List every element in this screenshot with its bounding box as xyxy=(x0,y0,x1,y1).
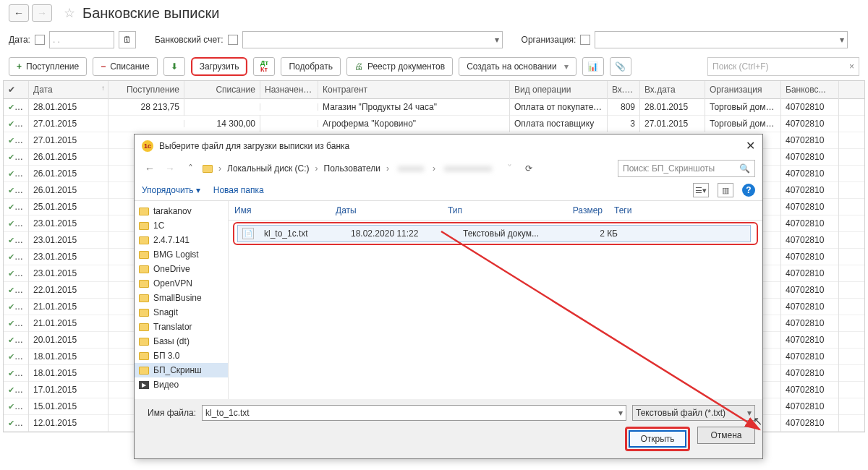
tree-item[interactable]: БП 3.0 xyxy=(135,349,228,363)
col-out[interactable]: Списание xyxy=(184,81,260,98)
col-check[interactable]: ✔ xyxy=(4,81,29,98)
forward-button[interactable]: → xyxy=(32,4,52,22)
dialog-nav: ← → ˄ › Локальный диск (C:) › Пользовате… xyxy=(135,157,762,180)
tree-item[interactable]: ▶Видео xyxy=(135,377,228,392)
tree-item[interactable]: Базы (dt) xyxy=(135,334,228,349)
col-in[interactable]: Поступление xyxy=(109,81,184,98)
tree-item[interactable]: BMG Logist xyxy=(135,247,228,262)
filename-input[interactable]: kl_to_1c.txt▾ xyxy=(202,405,626,421)
calendar-icon[interactable]: 🗓 xyxy=(119,31,136,48)
col-date[interactable]: Дата↑ xyxy=(29,81,109,98)
col-filesize[interactable]: Размер xyxy=(554,204,608,217)
file-date: 18.02.2020 11:22 xyxy=(345,227,457,240)
col-purpose[interactable]: Назначени... xyxy=(260,81,318,98)
col-num[interactable]: Вх.н... xyxy=(608,81,640,98)
income-label: Поступление xyxy=(26,61,79,72)
dialog-tools: Упорядочить ▾ Новая папка ☰▾ ▥ ? xyxy=(135,180,762,201)
path-blurred-2: xxxxxxxxxxx xyxy=(441,163,495,174)
col-org[interactable]: Организация xyxy=(705,81,781,98)
file-row-highlight: 📄 kl_to_1c.txt 18.02.2020 11:22 Текстовы… xyxy=(233,222,758,245)
pick-label: Подобрать xyxy=(289,61,332,72)
org-select[interactable]: ▾ xyxy=(595,31,848,48)
date-label: Дата: xyxy=(9,35,30,45)
cancel-button[interactable]: Отмена xyxy=(697,427,755,444)
col-filename[interactable]: Имя xyxy=(229,204,330,217)
view-preview-icon[interactable]: ▥ xyxy=(718,183,733,197)
col-contr[interactable]: Контрагент xyxy=(318,81,510,98)
file-size: 2 КБ xyxy=(569,227,624,240)
nav-forward-icon[interactable]: → xyxy=(162,161,178,176)
new-folder-button[interactable]: Новая папка xyxy=(213,185,264,195)
folder-tree[interactable]: tarakanov1C2.4.7.141BMG LogistOneDriveOp… xyxy=(135,201,229,399)
download-icon-button[interactable]: ⬇ xyxy=(163,57,185,76)
path-users[interactable]: Пользователи xyxy=(324,163,380,174)
tree-item[interactable]: Translator xyxy=(135,320,228,334)
chart-icon-button[interactable]: 📊 xyxy=(582,57,604,76)
col-filetype[interactable]: Тип xyxy=(442,204,554,217)
tree-item[interactable]: tarakanov xyxy=(135,204,228,218)
tree-item[interactable]: БП_Скринш xyxy=(135,363,228,377)
nav-back-icon[interactable]: ← xyxy=(142,161,158,176)
star-icon[interactable]: ☆ xyxy=(61,4,78,22)
tree-item[interactable]: OneDrive xyxy=(135,262,228,276)
date-input[interactable]: . . xyxy=(49,31,114,48)
col-oper[interactable]: Вид операции xyxy=(510,81,608,98)
open-button[interactable]: Открыть xyxy=(629,430,686,448)
grid-header: ✔ Дата↑ Поступление Списание Назначени..… xyxy=(4,81,864,99)
income-button[interactable]: +Поступление xyxy=(9,57,87,76)
file-row[interactable]: 📄 kl_to_1c.txt 18.02.2020 11:22 Текстовы… xyxy=(237,225,751,242)
dialog-close-button[interactable]: ✕ xyxy=(746,139,755,153)
search-input[interactable]: Поиск (Ctrl+F)× xyxy=(707,57,859,76)
organize-menu[interactable]: Упорядочить ▾ xyxy=(142,185,200,195)
tree-item[interactable]: OpenVPN xyxy=(135,276,228,291)
account-select[interactable]: ▾ xyxy=(242,31,503,48)
page-title: Банковские выписки xyxy=(82,5,219,22)
path-dropdown-icon[interactable]: ˅ xyxy=(502,161,518,176)
drive-icon xyxy=(203,165,213,173)
toolbar: +Поступление −Списание ⬇ Загрузить ДтКт … xyxy=(0,53,868,80)
open-button-highlight: Открыть xyxy=(625,427,690,451)
expense-label: Списание xyxy=(110,61,150,72)
load-label: Загрузить xyxy=(200,61,239,72)
col-filedate[interactable]: Даты xyxy=(330,204,442,217)
tree-item[interactable]: 1C xyxy=(135,218,228,233)
back-button[interactable]: ← xyxy=(9,4,29,22)
expense-button[interactable]: −Списание xyxy=(93,57,158,76)
account-checkbox[interactable] xyxy=(228,35,238,45)
load-button[interactable]: Загрузить xyxy=(191,57,248,76)
table-row[interactable]: ✔ 📄27.01.201514 300,00Агроферма "Коровин… xyxy=(4,116,864,132)
view-list-icon[interactable]: ☰▾ xyxy=(693,183,709,197)
col-indate[interactable]: Вх.дата xyxy=(640,81,705,98)
nav-up-icon[interactable]: ˄ xyxy=(182,161,198,176)
date-checkbox[interactable] xyxy=(35,35,45,45)
filter-row: Дата: . . 🗓 Банковский счет: ▾ Организац… xyxy=(0,27,868,53)
tree-item[interactable]: SmallBusine xyxy=(135,291,228,305)
tree-item[interactable]: Snagit xyxy=(135,305,228,320)
dialog-bottom: Имя файла: kl_to_1c.txt▾ Текстовый файл … xyxy=(135,399,762,458)
pick-button[interactable]: Подобрать xyxy=(281,57,340,76)
col-acc[interactable]: Банковс... xyxy=(781,81,839,98)
filename-label: Имя файла: xyxy=(142,408,196,418)
dtkt-button[interactable]: ДтКт xyxy=(253,57,275,76)
help-icon[interactable]: ? xyxy=(742,184,755,197)
path-blurred-1: xxxxxx xyxy=(395,163,427,174)
org-checkbox[interactable] xyxy=(580,35,590,45)
registry-button[interactable]: 🖨Реестр документов xyxy=(346,57,453,76)
file-pane: Имя Даты Тип Размер Теги 📄 kl_to_1c.txt … xyxy=(229,201,762,399)
attach-icon-button[interactable]: 📎 xyxy=(610,57,631,76)
org-label: Организация: xyxy=(522,35,576,45)
file-type: Текстовый докум... xyxy=(457,227,569,240)
create-based-label: Создать на основании xyxy=(467,61,557,72)
path-disk[interactable]: Локальный диск (C:) xyxy=(227,163,310,174)
clear-icon[interactable]: × xyxy=(849,61,854,72)
dialog-search-input[interactable]: Поиск: БП_Скриншоты🔍 xyxy=(618,160,755,177)
col-filetags[interactable]: Теги xyxy=(608,204,762,217)
tree-item[interactable]: 2.4.7.141 xyxy=(135,233,228,247)
create-based-button[interactable]: Создать на основании▾ xyxy=(459,57,576,76)
refresh-icon[interactable]: ⟳ xyxy=(525,163,532,174)
dialog-title: Выберите файл для загрузки выписки из ба… xyxy=(159,141,349,151)
table-row[interactable]: ✔ 📄28.01.201528 213,75Магазин "Продукты … xyxy=(4,99,864,116)
filetype-select[interactable]: Текстовый файл (*.txt)▾ xyxy=(632,405,755,421)
app-icon: 1c xyxy=(142,140,153,152)
account-label: Банковский счет: xyxy=(155,35,224,45)
